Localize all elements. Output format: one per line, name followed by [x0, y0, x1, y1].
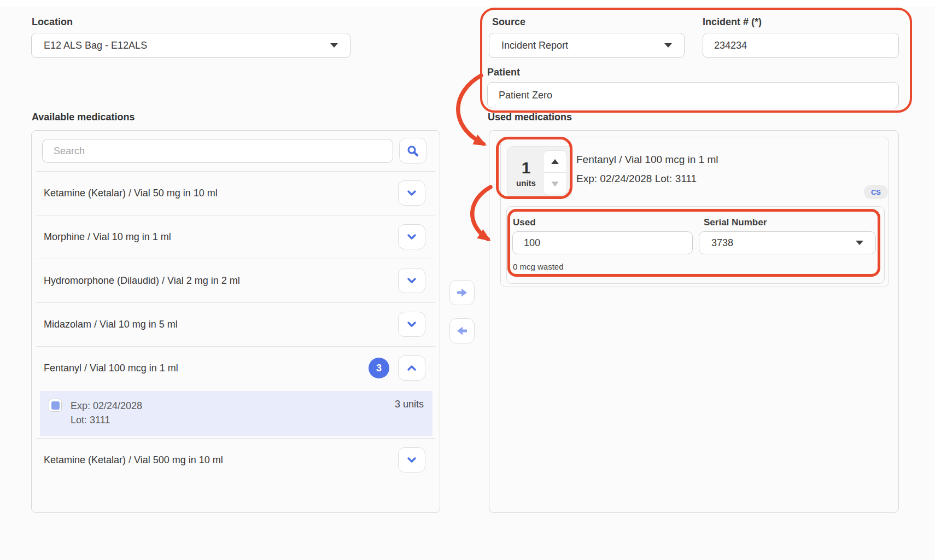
list-item: Ketamine (Ketalar) / Vial 50 mg in 10 ml: [32, 171, 440, 215]
move-to-used-button[interactable]: [449, 280, 475, 305]
medication-label: Midazolam / Vial 10 mg in 5 ml: [44, 319, 398, 330]
chevron-down-icon: [330, 43, 338, 48]
chevron-down-icon: [406, 231, 418, 243]
location-select-value: E12 ALS Bag - E12ALS: [44, 40, 147, 51]
stepper-buttons: [543, 150, 567, 195]
used-medication-exp-lot: Exp: 02/24/2028 Lot: 3111: [576, 173, 697, 185]
used-medications-title: Used medications: [488, 112, 572, 123]
expand-row-button[interactable]: [398, 447, 425, 472]
quantity-value: 1: [522, 159, 531, 177]
source-select[interactable]: Incident Report: [489, 33, 685, 58]
lot-checkbox[interactable]: [49, 399, 62, 412]
expand-row-button[interactable]: [398, 224, 425, 249]
list-item: Hydromorphone (Dilaudid) / Vial 2 mg in …: [32, 259, 440, 302]
quantity-display: 1 units: [508, 147, 544, 199]
chevron-down-icon: [856, 241, 863, 245]
quantity-stepper: 1 units: [507, 146, 572, 199]
patient-label: Patient: [487, 67, 520, 78]
selected-count-badge: 3: [369, 358, 389, 378]
annotation-arrow-to-used-field: [472, 187, 490, 239]
location-label: Location: [32, 16, 73, 28]
used-medications-panel: 1 units Fentanyl / Vial 100 mcg in 1 ml …: [489, 130, 899, 513]
search-button[interactable]: [399, 138, 426, 164]
triangle-down-icon: [551, 182, 559, 186]
chevron-up-icon: [406, 362, 418, 374]
lot-number: Lot: 3111: [71, 415, 110, 425]
move-to-available-button[interactable]: [449, 318, 475, 343]
incident-number-label: Incident # (*): [703, 16, 762, 28]
chevron-down-icon: [406, 454, 418, 466]
available-medications-title: Available medications: [32, 112, 135, 123]
medication-transfer-page: Location E12 ALS Bag - E12ALS Source Inc…: [0, 0, 935, 560]
wasted-note: 0 mcg wasted: [513, 262, 564, 271]
location-select[interactable]: E12 ALS Bag - E12ALS: [31, 33, 350, 58]
controlled-substance-badge: CS: [864, 185, 888, 199]
arrow-left-icon: [455, 324, 469, 337]
expand-row-button[interactable]: [398, 268, 425, 293]
chevron-down-icon: [406, 275, 418, 287]
source-select-value: Incident Report: [501, 40, 568, 51]
list-item: Fentanyl / Vial 100 mcg in 1 ml 3: [32, 346, 440, 390]
lot-row: Exp: 02/24/2028 Lot: 3111 3 units: [40, 391, 433, 436]
triangle-up-icon: [551, 159, 559, 164]
chevron-down-icon: [406, 318, 418, 330]
chevron-down-icon: [664, 43, 672, 48]
expand-row-button[interactable]: [398, 312, 425, 337]
quantity-increment-button[interactable]: [543, 150, 567, 173]
expanded-lot-block: Exp: 02/24/2028 Lot: 3111 3 units: [32, 391, 440, 438]
annotation-arrow-to-stepper: [458, 75, 483, 144]
medication-label: Ketamine (Ketalar) / Vial 500 mg in 10 m…: [44, 454, 398, 466]
lot-details: Exp: 02/24/2028 Lot: 3111: [71, 399, 142, 436]
collapse-row-button[interactable]: [398, 355, 425, 381]
arrow-right-icon: [455, 286, 469, 299]
checkbox-checked-icon: [51, 401, 60, 410]
serial-number-value: 3738: [711, 237, 733, 249]
lot-units: 3 units: [395, 399, 424, 436]
used-medication-name: Fentanyl / Vial 100 mcg in 1 ml: [576, 154, 718, 166]
serial-number-select[interactable]: 3738: [699, 231, 876, 254]
expand-row-button[interactable]: [398, 180, 425, 206]
quantity-decrement-button[interactable]: [543, 173, 567, 195]
quantity-unit-label: units: [516, 178, 536, 188]
used-amount-label: Used: [513, 217, 536, 228]
medication-label: Ketamine (Ketalar) / Vial 50 mg in 10 ml: [44, 188, 398, 199]
list-item: Morphine / Vial 10 mg in 1 ml: [32, 215, 440, 259]
available-medications-panel: Ketamine (Ketalar) / Vial 50 mg in 10 ml…: [31, 130, 440, 513]
lot-exp: Exp: 02/24/2028: [71, 400, 142, 411]
patient-field[interactable]: [487, 82, 899, 108]
incident-number-field[interactable]: [703, 33, 899, 58]
search-icon: [406, 144, 419, 158]
serial-number-label: Serial Number: [704, 217, 767, 228]
medication-label: Fentanyl / Vial 100 mcg in 1 ml: [44, 363, 369, 374]
search-input[interactable]: [42, 139, 393, 163]
source-label: Source: [492, 16, 525, 28]
list-item: Ketamine (Ketalar) / Vial 500 mg in 10 m…: [32, 438, 440, 482]
list-item: Midazolam / Vial 10 mg in 5 ml: [32, 302, 440, 346]
medication-list: Ketamine (Ketalar) / Vial 50 mg in 10 ml…: [32, 171, 440, 482]
page-background-strip: [0, 0, 935, 7]
chevron-down-icon: [406, 187, 418, 199]
medication-label: Hydromorphone (Dilaudid) / Vial 2 mg in …: [44, 275, 398, 287]
used-amount-field[interactable]: [512, 231, 693, 254]
used-medication-card: 1 units Fentanyl / Vial 100 mcg in 1 ml …: [500, 137, 889, 287]
medication-label: Morphine / Vial 10 mg in 1 ml: [44, 231, 398, 243]
